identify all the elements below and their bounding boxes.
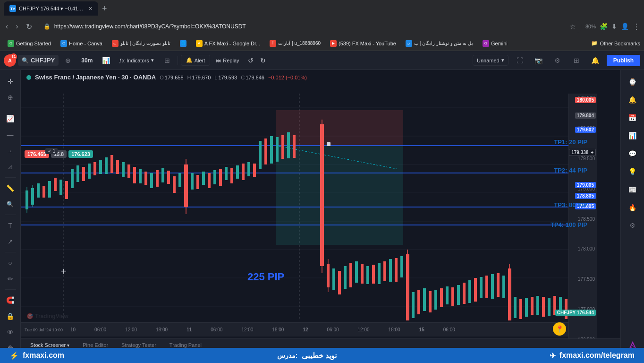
publish-label: Publish	[613, 57, 634, 64]
interval-button[interactable]: 30m	[77, 55, 96, 66]
bookmark-label-gemini: Gemini	[491, 41, 508, 46]
rs-community-btn[interactable]: 💬	[625, 146, 641, 162]
alert-icon: 🔔	[186, 57, 193, 63]
unnamed-dropdown[interactable]: Unnamed ▾	[473, 55, 508, 66]
lock-tool[interactable]: 🔒	[3, 309, 18, 324]
bottom-watermark-bar: ⚡ fxmaxi.com مدرس: نوید خطیبی ✈ fxmaxi.c…	[0, 348, 644, 363]
settings-btn[interactable]: ⚙	[550, 53, 565, 68]
screenshot-btn[interactable]: 📷	[531, 53, 546, 68]
chart-type-btn[interactable]: 📊	[98, 53, 113, 68]
templates-button[interactable]: ⊞	[160, 53, 175, 68]
svg-rect-68	[259, 141, 262, 169]
tool-sep-3	[5, 215, 16, 215]
price-label-179-8: 179.804	[575, 112, 596, 119]
rs-calendar-btn[interactable]: 📅	[625, 110, 641, 126]
rs-settings-btn[interactable]: ⚙	[625, 217, 641, 233]
brush-tool[interactable]: ✏	[3, 271, 18, 286]
price-scale-val-3: 179.500	[571, 156, 595, 161]
replay-icon: ⏮	[216, 58, 221, 63]
redo-button[interactable]: ↻	[257, 55, 269, 66]
svg-rect-99	[440, 288, 443, 307]
rs-news-btn[interactable]: 📰	[625, 182, 641, 198]
svg-rect-117	[531, 297, 534, 315]
bookmark-persian[interactable]: ب بل به متن و نوشتار رایگان | ب	[402, 39, 477, 48]
svg-rect-119	[542, 297, 545, 317]
bookmark-star[interactable]: ☆	[570, 23, 576, 30]
menu-icon[interactable]: ⋮	[633, 22, 640, 31]
pattern-tool[interactable]: ⊿	[3, 159, 18, 174]
bookmark-aparat[interactable]: آ آبارات | u_18888960	[266, 39, 324, 48]
crosshair-tool[interactable]: ⊕	[3, 90, 18, 105]
account-avatar[interactable]: A 31	[4, 54, 16, 67]
replay-button[interactable]: ⏮ Replay	[212, 56, 243, 65]
svg-rect-52	[178, 173, 181, 187]
fib-tool[interactable]: ⫠	[3, 143, 18, 158]
pip-label: 225 PIP	[247, 271, 284, 283]
unnamed-label: Unnamed	[477, 58, 500, 63]
tool-sep-5	[5, 289, 16, 290]
multiscreen-btn[interactable]: ⊞	[569, 53, 584, 68]
bookmark-youtube[interactable]: ▶ (539) FX Maxi - YouTube	[326, 39, 400, 48]
bookmark-gemini[interactable]: G Gemini	[479, 39, 511, 48]
bookmark-canva[interactable]: C Home - Canva	[57, 39, 106, 48]
time-label-4: 18:00	[156, 327, 168, 332]
svg-rect-111	[508, 268, 511, 320]
eye-tool[interactable]: 👁	[3, 325, 18, 340]
trend-line-tool[interactable]: 📈	[3, 111, 18, 126]
magnet-tool[interactable]: 🧲	[3, 293, 18, 308]
tab-close[interactable]: ×	[89, 5, 93, 12]
svg-rect-75	[327, 264, 330, 287]
svg-rect-24	[31, 188, 34, 205]
svg-rect-63	[230, 168, 233, 183]
back-button[interactable]: ‹	[4, 20, 10, 33]
undo-button[interactable]: ↺	[245, 55, 256, 66]
svg-rect-51	[173, 176, 176, 193]
shape-tool[interactable]: ○	[3, 255, 18, 270]
dropdown-arrow: ▾	[501, 57, 504, 63]
tp4-label: TP4: 100 PIP	[551, 221, 587, 228]
address-bar[interactable]: 🔒 https://www.tradingview.com/chart/08PD…	[38, 20, 582, 33]
bookmark-fxmaxi-drive[interactable]: A A FX Maxi - Google Dr...	[192, 39, 264, 48]
svg-rect-80	[344, 266, 347, 289]
map-icon[interactable]: 📍	[553, 322, 566, 336]
rs-watch-btn[interactable]: ⌚	[625, 74, 641, 90]
bookmark-globe[interactable]: 🌐	[176, 39, 190, 48]
svg-rect-37	[93, 162, 96, 175]
symbol-search[interactable]: 🔍 CHFJPY	[18, 55, 59, 66]
watch-icon-btn[interactable]: ⊕	[60, 53, 76, 68]
rs-alert-btn[interactable]: 🔔	[625, 92, 641, 108]
svg-rect-18	[320, 124, 324, 266]
publish-button[interactable]: Publish	[607, 55, 640, 66]
chart-container[interactable]: Swiss Franc / Japanese Yen · 30 · OANDA …	[21, 70, 620, 363]
alert-button[interactable]: 🔔 Alert	[181, 55, 211, 66]
time-label-13: 15	[419, 327, 424, 332]
svg-rect-67	[253, 164, 256, 177]
tp3-label: TP3: 80 PIP	[554, 201, 587, 208]
other-bookmarks[interactable]: 📁 Other Bookmarks	[591, 40, 640, 46]
rs-hotlist-btn[interactable]: 🔥	[625, 199, 641, 216]
rs-idea-btn[interactable]: 💡	[625, 164, 641, 180]
reload-button[interactable]: ↻	[24, 20, 34, 33]
svg-rect-57	[196, 175, 199, 189]
bookmark-tabloo[interactable]: ت تابلو بصورت رایگان | تابلو	[108, 39, 174, 48]
indicators-button[interactable]: ƒx Indicators ▾	[115, 55, 157, 65]
new-tab-button[interactable]: +	[100, 2, 109, 16]
hline-tool[interactable]: ―	[3, 127, 18, 142]
active-tab[interactable]: TV CHFJPY 176.544 ▾ −0.41% Unr... ×	[4, 1, 98, 16]
svg-rect-72	[281, 135, 284, 159]
text-tool[interactable]: T	[3, 218, 18, 233]
forward-button[interactable]: ›	[14, 20, 20, 33]
rs-chart-btn[interactable]: 📊	[625, 128, 641, 144]
cursor-tool[interactable]: ✛	[3, 74, 18, 89]
version-badge[interactable]: ✓ 1	[45, 148, 58, 154]
instructor-name: نوید خطیبی	[302, 351, 337, 360]
tab-bar: TV CHFJPY 176.544 ▾ −0.41% Unr... × +	[0, 0, 644, 17]
fullscreen-btn[interactable]: ⛶	[512, 53, 527, 68]
arrow-tool[interactable]: ↗	[3, 234, 18, 249]
zoom-tool[interactable]: 🔍	[3, 197, 18, 212]
measure-tool[interactable]: 📏	[3, 181, 18, 196]
close-val: C 179.646	[241, 75, 264, 80]
alarm-btn[interactable]: 🔔	[588, 53, 603, 68]
svg-rect-61	[219, 169, 222, 186]
bookmark-getting-started[interactable]: G Getting Started	[4, 39, 55, 48]
